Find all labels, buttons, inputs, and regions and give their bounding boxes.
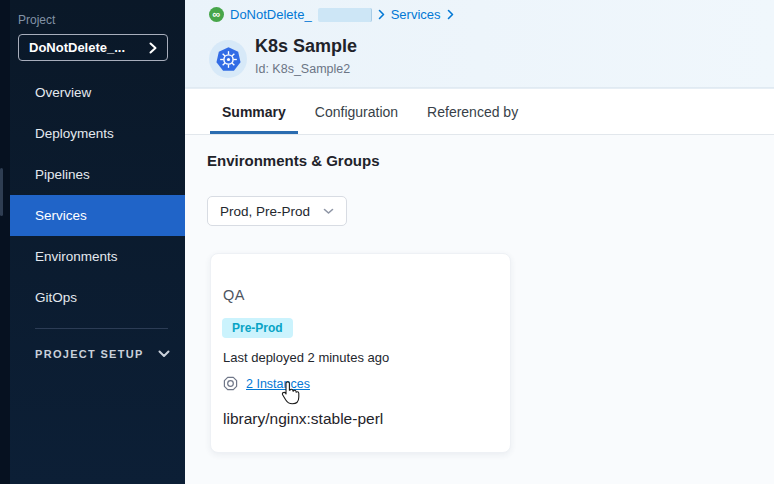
instances-row: 2 Instances <box>223 376 310 391</box>
environment-filter-dropdown[interactable]: Prod, Pre-Prod <box>207 196 347 226</box>
sidebar-item-label: GitOps <box>35 290 77 305</box>
sidebar-divider <box>35 328 168 329</box>
project-selector-value: DoNotDelete_... <box>29 40 125 55</box>
sidebar-item-deployments[interactable]: Deployments <box>10 113 185 154</box>
main-panel: ∞ DoNotDelete_ Services <box>185 0 774 484</box>
sidebar-item-label: Deployments <box>35 126 114 141</box>
chevron-right-icon <box>447 9 454 20</box>
project-setup-label: PROJECT SETUP <box>35 348 144 360</box>
breadcrumb-services-link[interactable]: Services <box>391 7 441 22</box>
sidebar-item-environments[interactable]: Environments <box>10 236 185 277</box>
env-type-badge: Pre-Prod <box>222 318 293 338</box>
cd-module-icon: ∞ <box>209 7 224 22</box>
tab-label: Configuration <box>315 104 398 120</box>
environment-card: QA Pre-Prod Last deployed 2 minutes ago … <box>210 253 511 453</box>
page-title: K8s Sample <box>255 36 357 57</box>
service-id: Id: K8s_Sample2 <box>255 62 350 76</box>
tab-summary[interactable]: Summary <box>210 89 298 134</box>
tab-referenced-by[interactable]: Referenced by <box>415 89 530 134</box>
chevron-right-icon <box>378 9 385 20</box>
project-setup-toggle[interactable]: PROJECT SETUP <box>35 348 170 360</box>
sidebar-item-label: Overview <box>35 85 91 100</box>
module-rail <box>0 0 10 484</box>
sidebar: Project DoNotDelete_... Overview Deploym… <box>10 0 185 484</box>
breadcrumb: ∞ DoNotDelete_ Services <box>209 7 454 22</box>
tab-label: Summary <box>222 104 286 120</box>
sidebar-item-overview[interactable]: Overview <box>10 72 185 113</box>
breadcrumb-project-link[interactable]: DoNotDelete_ <box>230 7 312 22</box>
tab-label: Referenced by <box>427 104 518 120</box>
last-deployed-text: Last deployed 2 minutes ago <box>223 350 389 365</box>
environment-filter-value: Prod, Pre-Prod <box>220 204 310 219</box>
service-avatar <box>209 40 247 78</box>
sidebar-item-gitops[interactable]: GitOps <box>10 277 185 318</box>
rail-highlight <box>0 168 3 216</box>
project-label: Project <box>18 13 55 27</box>
project-selector[interactable]: DoNotDelete_... <box>18 34 168 61</box>
service-header: ∞ DoNotDelete_ Services <box>185 0 774 88</box>
sidebar-item-services[interactable]: Services <box>10 195 185 236</box>
sidebar-item-pipelines[interactable]: Pipelines <box>10 154 185 195</box>
chevron-right-icon <box>149 42 157 54</box>
sidebar-nav: Overview Deployments Pipelines Services … <box>10 72 185 318</box>
chevron-down-icon <box>323 208 334 215</box>
summary-content: Environments & Groups Prod, Pre-Prod QA … <box>185 135 774 484</box>
environment-name: QA <box>223 287 245 303</box>
kubernetes-icon <box>215 46 242 73</box>
sidebar-item-label: Pipelines <box>35 167 90 182</box>
redacted-text <box>318 8 372 22</box>
instances-icon <box>223 376 238 391</box>
chevron-down-icon <box>158 350 170 358</box>
sidebar-item-label: Services <box>35 208 87 223</box>
artifact-text: library/nginx:stable-perl <box>223 410 383 428</box>
instances-link[interactable]: 2 Instances <box>246 377 310 391</box>
sidebar-item-label: Environments <box>35 249 118 264</box>
tab-bar: Summary Configuration Referenced by <box>185 88 774 135</box>
tab-configuration[interactable]: Configuration <box>303 89 410 134</box>
section-title: Environments & Groups <box>207 152 380 169</box>
app-window: Project DoNotDelete_... Overview Deploym… <box>0 0 774 484</box>
